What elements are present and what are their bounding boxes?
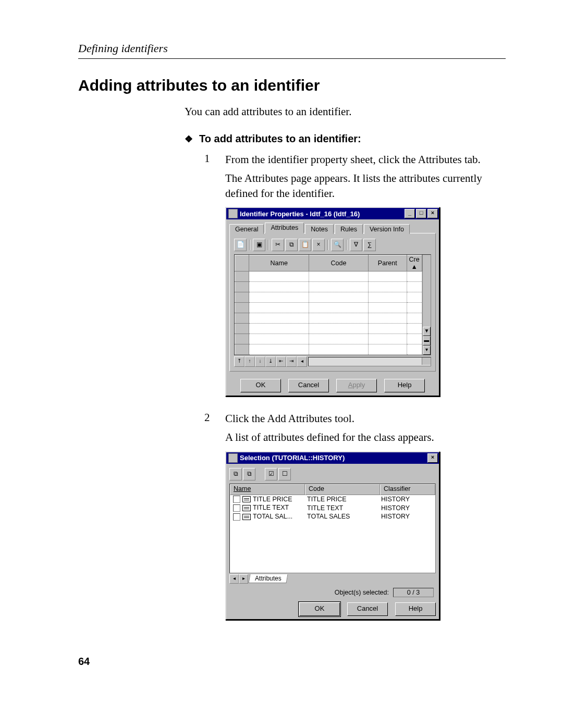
- attribute-icon: [242, 496, 251, 502]
- objects-selected-count: 0 / 3: [393, 588, 434, 597]
- copy2-icon[interactable]: ⧉: [243, 468, 255, 480]
- col-classifier[interactable]: Classifier: [380, 484, 435, 495]
- running-head: Defining identifiers: [78, 42, 506, 59]
- col-code[interactable]: Code: [305, 484, 380, 495]
- copy-icon[interactable]: ⧉: [229, 468, 242, 480]
- sheet-tab-attributes[interactable]: Attributes: [249, 574, 288, 583]
- maximize-button[interactable]: □: [416, 209, 426, 218]
- ok-button[interactable]: OK: [299, 602, 340, 616]
- attributes-panel: 📄 ▣ ✂ ⧉ 📋 × 🔍: [229, 233, 436, 372]
- identifier-properties-dialog: Identifier Properties - Idtf_16 (Idtf_16…: [225, 207, 440, 397]
- step-number: 1: [204, 152, 214, 406]
- new-icon[interactable]: 📄: [234, 239, 247, 251]
- help-button[interactable]: Help: [384, 379, 425, 392]
- row-reorder-controls: ⤒ ↑ ↓ ⤓ ⇤ ⇥ ◂: [234, 356, 307, 367]
- copy-icon[interactable]: ⧉: [285, 239, 298, 251]
- cancel-button[interactable]: Cancel: [347, 602, 388, 616]
- step-text: A list of attributes defined for the cla…: [225, 430, 440, 445]
- section-title: Adding attributes to an identifier: [78, 77, 506, 94]
- cancel-button[interactable]: Cancel: [288, 379, 329, 392]
- scroll-down-icon[interactable]: ▼: [423, 327, 431, 336]
- horizontal-scrollbar[interactable]: [308, 357, 431, 366]
- list-item[interactable]: TITLE PRICE TITLE PRICE HISTORY: [230, 495, 435, 504]
- tab-next-icon[interactable]: ▸: [239, 574, 248, 584]
- scroll-split-icon[interactable]: ▬: [423, 336, 431, 346]
- attribute-icon: [242, 505, 251, 511]
- step-text: Click the Add Attributes tool.: [225, 411, 440, 426]
- titlebar[interactable]: Selection (TUTORIAL::HISTORY) ×: [226, 452, 439, 464]
- move-bottom-icon[interactable]: ⤓: [265, 356, 276, 367]
- move-first-icon[interactable]: ⇤: [276, 356, 286, 367]
- checkbox-icon[interactable]: [233, 496, 240, 503]
- titlebar[interactable]: Identifier Properties - Idtf_16 (Idtf_16…: [226, 208, 439, 219]
- scroll-left-icon[interactable]: ◂: [297, 356, 307, 367]
- app-icon: [228, 453, 238, 463]
- move-up-icon[interactable]: ↑: [244, 356, 255, 367]
- apply-button[interactable]: Apply: [336, 379, 377, 392]
- selection-toolbar: ⧉ ⧉ ☑ ☐: [229, 467, 436, 484]
- customize-columns-icon[interactable]: ∑: [363, 239, 376, 251]
- diamond-bullet-icon: ❖: [185, 134, 193, 144]
- grid-toolbar: 📄 ▣ ✂ ⧉ 📋 × 🔍: [234, 238, 431, 254]
- attributes-listview[interactable]: Name Code Classifier TITLE PRICE TITLE P…: [229, 484, 436, 573]
- tab-notes[interactable]: Notes: [305, 224, 334, 234]
- list-item[interactable]: TOTAL SAL... TOTAL SALES HISTORY: [230, 512, 435, 521]
- move-last-icon[interactable]: ⇥: [286, 356, 297, 367]
- step-text: The Attributes page appears. It lists th…: [225, 171, 506, 201]
- list-item[interactable]: TITLE TEXT TITLE TEXT HISTORY: [230, 503, 435, 512]
- move-down-icon[interactable]: ↓: [255, 356, 265, 367]
- tab-prev-icon[interactable]: ◂: [229, 574, 239, 584]
- tab-attributes[interactable]: Attributes: [265, 223, 304, 233]
- col-parent[interactable]: Parent: [369, 255, 407, 272]
- attributes-grid[interactable]: Name Code Parent Cre ▲: [234, 254, 431, 355]
- checkbox-icon[interactable]: [233, 504, 240, 512]
- selection-dialog: Selection (TUTORIAL::HISTORY) × ⧉ ⧉ ☑: [225, 451, 440, 620]
- window-title: Identifier Properties - Idtf_16 (Idtf_16…: [240, 210, 360, 218]
- window-title: Selection (TUTORIAL::HISTORY): [240, 454, 345, 462]
- step-number: 2: [204, 411, 214, 630]
- step-2: 2 Click the Add Attributes tool. A list …: [204, 411, 506, 630]
- tab-version-info[interactable]: Version Info: [364, 224, 410, 234]
- app-icon: [228, 209, 238, 218]
- objects-selected-label: Object(s) selected:: [335, 589, 389, 596]
- checkbox-icon[interactable]: [233, 513, 240, 521]
- step-text: From the identifier property sheet, clic…: [225, 152, 506, 167]
- procedure-heading-text: To add attributes to an identifier:: [199, 133, 361, 145]
- help-button[interactable]: Help: [395, 602, 436, 616]
- col-rowheader[interactable]: [235, 255, 249, 272]
- vertical-scrollbar[interactable]: ▼ ▬ ▾: [422, 255, 431, 355]
- cut-icon[interactable]: ✂: [272, 239, 284, 251]
- delete-icon[interactable]: ×: [312, 239, 325, 251]
- close-button[interactable]: ×: [427, 453, 438, 463]
- paste-icon[interactable]: 📋: [299, 239, 311, 251]
- select-all-icon[interactable]: ☑: [265, 468, 277, 480]
- ok-button[interactable]: OK: [240, 379, 281, 392]
- tab-general[interactable]: General: [229, 224, 264, 234]
- tab-strip: General Attributes Notes Rules Version I…: [229, 223, 436, 233]
- minimize-button[interactable]: _: [405, 209, 415, 218]
- step-1: 1 From the identifier property sheet, cl…: [204, 152, 506, 406]
- close-button[interactable]: ×: [427, 209, 438, 218]
- find-icon[interactable]: 🔍: [331, 239, 344, 251]
- intro-text: You can add attributes to an identifier.: [185, 105, 506, 118]
- select-none-icon[interactable]: ☐: [278, 468, 291, 480]
- col-code[interactable]: Code: [309, 255, 368, 272]
- add-attributes-icon[interactable]: ▣: [253, 239, 265, 251]
- scroll-end-icon[interactable]: ▾: [423, 346, 431, 355]
- horizontal-scrollbar[interactable]: Attributes: [255, 575, 282, 582]
- move-top-icon[interactable]: ⤒: [234, 356, 244, 367]
- procedure-heading: ❖ To add attributes to an identifier:: [185, 133, 506, 145]
- page-number: 64: [78, 656, 506, 668]
- tab-rules[interactable]: Rules: [335, 224, 363, 234]
- col-cre[interactable]: Cre ▲: [407, 255, 422, 272]
- col-name[interactable]: Name: [230, 484, 305, 495]
- filter-icon[interactable]: ∇: [350, 239, 362, 251]
- col-name[interactable]: Name: [249, 255, 309, 272]
- attribute-icon: [242, 514, 251, 520]
